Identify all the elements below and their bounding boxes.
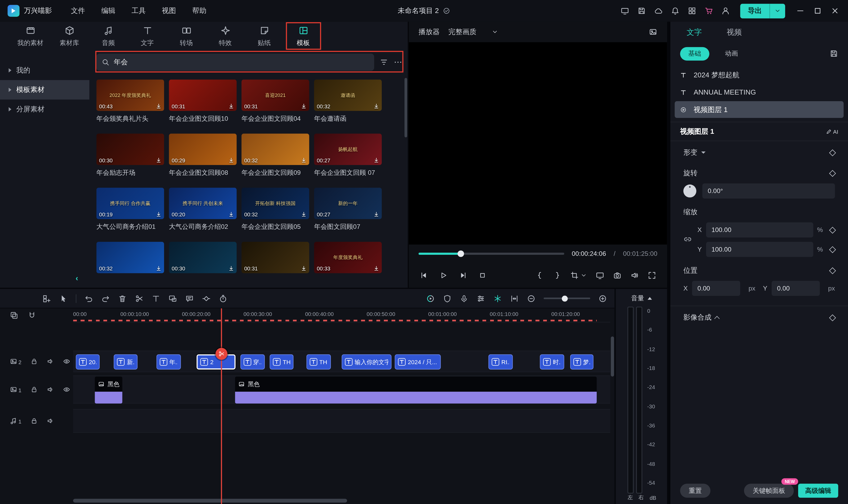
download-icon[interactable]: [373, 157, 380, 163]
sidebar-item-template-assets[interactable]: 模板素材: [0, 80, 89, 100]
lock-icon[interactable]: [30, 385, 38, 393]
template-card[interactable]: 邀请函 00:32 年会邀请函: [314, 79, 382, 126]
text-clip[interactable]: 输入你的文字 ...: [342, 354, 392, 370]
snap-magnet-icon[interactable]: [28, 311, 36, 320]
template-thumbnail[interactable]: 00:30: [97, 134, 164, 165]
template-thumbnail[interactable]: 携手同行 共创未来 00:20: [169, 188, 237, 219]
scale-x-input[interactable]: 100.00: [706, 222, 813, 237]
rotate-input[interactable]: 0.00°: [702, 183, 835, 198]
redo-button[interactable]: [101, 294, 110, 303]
media-clip[interactable]: 黑色: [235, 377, 597, 403]
download-icon[interactable]: [373, 265, 380, 272]
ai-edit-button[interactable]: AI: [826, 128, 838, 135]
export-dropdown-caret[interactable]: [769, 3, 785, 18]
crop-caret-icon[interactable]: [581, 272, 587, 278]
audio-mixer-button[interactable]: [477, 294, 485, 303]
template-card[interactable]: 年度颁奖典礼 00:33: [314, 242, 382, 288]
filter-icon[interactable]: [380, 58, 388, 67]
seek-bar-handle[interactable]: [457, 251, 464, 257]
zoom-slider[interactable]: [544, 298, 590, 299]
layer-row-text-1[interactable]: 2024 梦想起航: [675, 67, 844, 83]
zoom-slider-handle[interactable]: [562, 295, 568, 301]
rotate-knob[interactable]: [683, 185, 696, 198]
template-thumbnail[interactable]: 00:31: [169, 79, 237, 111]
maximize-button[interactable]: [809, 3, 826, 19]
template-thumbnail[interactable]: 00:32: [242, 134, 309, 165]
download-icon[interactable]: [155, 211, 162, 218]
keyframe-tool-button[interactable]: [202, 294, 211, 303]
rotate-keyframe-diamond[interactable]: [829, 170, 836, 177]
text-clip[interactable]: 梦...: [570, 354, 593, 370]
tab-stickers[interactable]: 贴纸: [245, 22, 284, 50]
close-button[interactable]: [826, 3, 844, 19]
media-clip[interactable]: 黑色: [94, 377, 122, 403]
text-clip[interactable]: 时...: [540, 354, 564, 370]
position-x-input[interactable]: 0.00: [692, 281, 740, 296]
track-lane-video-2[interactable]: 20... 新...: [73, 350, 610, 372]
download-icon[interactable]: [373, 211, 380, 218]
transform-row[interactable]: 形变: [670, 144, 848, 161]
speed-timer-button[interactable]: [219, 294, 227, 303]
template-card[interactable]: 00:31: [242, 242, 309, 288]
notification-bell-icon[interactable]: [667, 3, 683, 19]
subtab-animation[interactable]: 动画: [717, 47, 746, 60]
v-scrollbar-thumb[interactable]: [611, 337, 614, 377]
download-icon[interactable]: [300, 157, 307, 163]
tab-text-properties[interactable]: 文字: [687, 28, 702, 37]
render-preview-button[interactable]: [426, 294, 435, 303]
account-icon[interactable]: [717, 3, 734, 19]
fit-timeline-button[interactable]: [510, 294, 519, 303]
template-thumbnail[interactable]: 00:29: [169, 134, 237, 165]
text-clip[interactable]: TH...: [306, 354, 331, 370]
subtab-basic[interactable]: 基础: [680, 47, 709, 60]
crop-button[interactable]: [570, 271, 579, 280]
tab-stock-media[interactable]: 素材库: [50, 22, 89, 50]
save-preset-button[interactable]: [829, 49, 838, 58]
template-thumbnail[interactable]: 00:30: [169, 242, 237, 273]
export-button[interactable]: 导出: [740, 3, 785, 18]
template-thumbnail[interactable]: 2022 年度颁奖典礼 00:43: [97, 79, 164, 111]
zoom-out-button[interactable]: [527, 294, 536, 303]
menu-item[interactable]: 工具: [123, 0, 154, 22]
lock-icon[interactable]: [30, 417, 38, 425]
compositing-row[interactable]: 影像合成: [670, 309, 848, 325]
delete-button[interactable]: [118, 294, 127, 303]
visibility-eye-icon[interactable]: [63, 358, 70, 365]
template-thumbnail[interactable]: 新的一年 00:27: [314, 188, 382, 219]
text-clip[interactable]: 年...: [156, 354, 181, 370]
template-card[interactable]: 00:32: [97, 242, 164, 288]
tab-templates[interactable]: 模板: [284, 22, 323, 50]
template-thumbnail[interactable]: 年度颁奖典礼 00:33: [314, 242, 382, 273]
scale-x-keyframe-diamond[interactable]: [829, 227, 836, 233]
sidebar-collapse-button[interactable]: ‹: [72, 273, 83, 284]
timeline-lanes[interactable]: 00:0000:00:10:0000:00:20:0000:00:30:0000…: [73, 308, 610, 504]
template-thumbnail[interactable]: 扬帆起航 00:27: [314, 134, 382, 165]
volume-header[interactable]: 音量: [619, 292, 664, 305]
template-thumbnail[interactable]: 00:31: [242, 242, 309, 273]
track-manager-icon[interactable]: [42, 294, 51, 303]
template-thumbnail[interactable]: 开拓创新 科技强国 00:32: [242, 188, 309, 219]
scale-y-input[interactable]: 100.00: [706, 242, 813, 257]
smart-cut-button[interactable]: [493, 294, 502, 303]
menu-item[interactable]: 编辑: [93, 0, 123, 22]
text-clip[interactable]: TH...: [270, 354, 293, 370]
lock-icon[interactable]: [30, 358, 38, 365]
compositing-keyframe-diamond[interactable]: [829, 314, 836, 321]
stop-button[interactable]: [478, 271, 487, 280]
tab-video-properties[interactable]: 视频: [727, 28, 742, 37]
timeline-h-scrollbar[interactable]: [73, 499, 610, 502]
menu-item[interactable]: 视图: [154, 0, 184, 22]
more-options-icon[interactable]: [394, 58, 402, 67]
play-button[interactable]: [439, 271, 448, 280]
add-text-button[interactable]: [152, 294, 160, 303]
zoom-in-button[interactable]: [598, 294, 607, 303]
template-card[interactable]: 2022 年度颁奖典礼 00:43 年会颁奖典礼片头: [97, 79, 164, 126]
prev-frame-button[interactable]: [420, 271, 428, 280]
fullscreen-button[interactable]: [647, 271, 656, 280]
mute-button[interactable]: [630, 271, 639, 280]
timeline-v-scrollbar[interactable]: [610, 308, 615, 504]
snapshot-button[interactable]: [613, 271, 622, 280]
template-card[interactable]: 00:30: [169, 242, 237, 288]
layout-icon[interactable]: [616, 3, 633, 19]
position-y-input[interactable]: 0.00: [772, 281, 820, 296]
